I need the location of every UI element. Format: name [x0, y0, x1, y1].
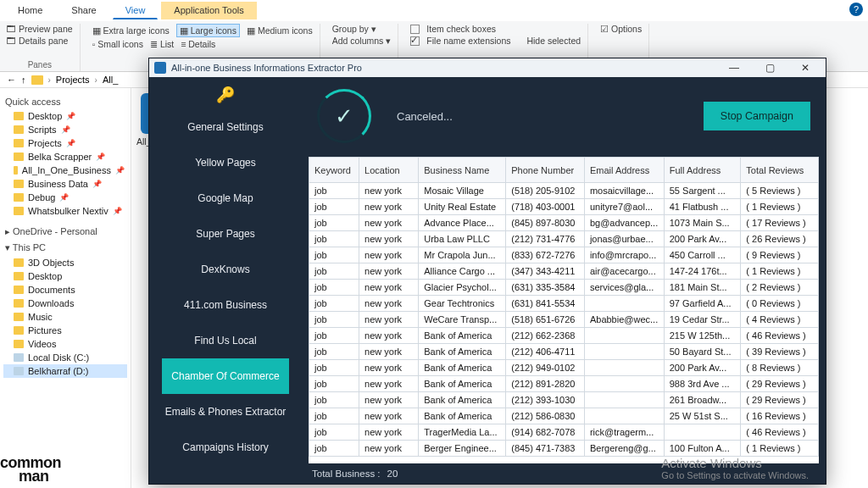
footer: Total Business : 20: [302, 463, 826, 484]
table-row[interactable]: jobnew yorkBank of America(212) 393-1030…: [309, 392, 819, 408]
layout-lg[interactable]: ▦ Large icons: [176, 24, 240, 37]
sidebar-item[interactable]: DexKnows: [162, 252, 290, 287]
cell: 200 Park Av...: [664, 231, 741, 247]
table-row[interactable]: jobnew yorkBank of America(212) 586-0830…: [309, 408, 819, 424]
crumb-folder[interactable]: All_: [103, 75, 118, 85]
sidebar-item[interactable]: Super Pages: [162, 216, 290, 252]
cell: (833) 672-7276: [506, 247, 585, 263]
table-row[interactable]: jobnew yorkBank of America(212) 949-0102…: [309, 360, 819, 376]
table-row[interactable]: jobnew yorkUnity Real Estate(718) 403-00…: [309, 199, 819, 215]
sidebar-item[interactable]: Chamber Of Commerce: [162, 358, 290, 394]
nav-item[interactable]: Whatsbulker Nextiv📌: [3, 204, 127, 218]
tab-share[interactable]: Share: [58, 2, 108, 19]
nav-item[interactable]: Desktop📌: [3, 109, 127, 123]
column-header[interactable]: Email Address: [584, 158, 664, 183]
up-icon[interactable]: ↑: [21, 75, 26, 85]
sidebar-item[interactable]: Find Us Local: [162, 323, 290, 358]
tab-home[interactable]: Home: [5, 2, 55, 19]
layout-list[interactable]: ≣ List: [150, 39, 174, 49]
results-grid[interactable]: KeywordLocationBusiness NamePhone Number…: [309, 157, 819, 463]
cell: new york: [359, 344, 419, 360]
nav-onedrive[interactable]: ▸ OneDrive - Personal: [5, 226, 127, 237]
nav-item[interactable]: Debug📌: [3, 191, 127, 204]
sidebar-item[interactable]: Yellow Pages: [162, 145, 290, 180]
table-row[interactable]: jobnew yorkBank of America(212) 406-4711…: [309, 344, 819, 360]
nav-item[interactable]: Belka Scrapper📌: [3, 150, 127, 164]
stop-campaign-button[interactable]: Stop Campaign: [704, 102, 810, 130]
table-row[interactable]: jobnew yorkBank of America(212) 662-2368…: [309, 328, 819, 344]
tab-view[interactable]: View: [113, 2, 159, 19]
cell: 200 Park Av...: [664, 360, 741, 376]
sidebar-item[interactable]: Campaigns History: [162, 430, 290, 465]
chk-filename-ext[interactable]: [410, 36, 420, 46]
close-button[interactable]: ✕: [790, 61, 821, 75]
nav-item[interactable]: Documents: [3, 283, 127, 297]
app-title: All-in-one Business Informations Extract…: [171, 63, 362, 73]
column-header[interactable]: Keyword: [309, 158, 359, 183]
cell: new york: [359, 376, 419, 392]
table-row[interactable]: jobnew yorkGlacier Psychol...(631) 335-3…: [309, 280, 819, 296]
cell: new york: [359, 408, 419, 424]
app-icon: [154, 62, 166, 74]
nav-item[interactable]: All_In_One_Business📌: [3, 164, 127, 177]
column-header[interactable]: Location: [359, 158, 419, 183]
details-pane[interactable]: 🗔 Details pane: [7, 36, 68, 46]
nav-item[interactable]: Local Disk (C:): [3, 351, 127, 364]
nav-item[interactable]: 3D Objects: [3, 256, 127, 269]
group-by[interactable]: Group by ▾: [332, 24, 376, 34]
nav-item[interactable]: Belkharraf (D:): [3, 364, 127, 378]
column-header[interactable]: Full Address: [664, 158, 741, 183]
minimize-button[interactable]: —: [719, 61, 749, 75]
nav-item[interactable]: Music: [3, 310, 127, 324]
preview-pane[interactable]: 🗔 Preview pane: [7, 24, 73, 34]
help-icon[interactable]: ?: [849, 3, 863, 16]
table-row[interactable]: jobnew yorkBerger Enginee...(845) 471-73…: [309, 441, 819, 457]
chk-item-checkboxes[interactable]: [410, 25, 420, 34]
layout-md[interactable]: ▦ Medium icons: [247, 25, 313, 36]
options-btn[interactable]: ☑ Options: [600, 24, 642, 34]
nav-item[interactable]: Projects📌: [3, 136, 127, 150]
back-icon[interactable]: ←: [7, 75, 16, 85]
layout-xl[interactable]: ▦ Extra large icons: [92, 25, 170, 36]
cell: 1073 Main S...: [664, 215, 741, 231]
nav-item[interactable]: Scripts📌: [3, 123, 127, 136]
maximize-button[interactable]: ▢: [754, 61, 785, 75]
cell: new york: [359, 441, 419, 457]
layout-sm[interactable]: ▫ Small icons: [92, 39, 143, 49]
table-row[interactable]: jobnew yorkMosaic Village(518) 205-9102m…: [309, 183, 819, 199]
sidebar-item[interactable]: Google Map: [162, 180, 290, 216]
column-header[interactable]: Phone Number: [506, 158, 585, 183]
titlebar[interactable]: All-in-one Business Informations Extract…: [149, 58, 826, 77]
cell: job: [309, 344, 359, 360]
layout-details[interactable]: ≡ Details: [181, 39, 215, 49]
nav-this-pc[interactable]: ▾ This PC: [5, 242, 127, 253]
cell: job: [309, 231, 359, 247]
cell: (212) 949-0102: [506, 360, 585, 376]
nav-item[interactable]: Business Data📌: [3, 177, 127, 191]
table-row[interactable]: jobnew yorkGear Techtronics(631) 841-553…: [309, 296, 819, 312]
cell: ( 2 Reviews ): [741, 280, 819, 296]
hide-selected[interactable]: Hide selected: [526, 36, 581, 46]
cell: job: [309, 441, 359, 457]
nav-quick-access[interactable]: Quick access: [5, 97, 127, 107]
table-row[interactable]: jobnew yorkAdvance Place...(845) 897-803…: [309, 215, 819, 231]
table-row[interactable]: jobnew yorkBank of America(212) 891-2820…: [309, 376, 819, 392]
sidebar-item[interactable]: General Settings: [162, 109, 290, 145]
nav-item[interactable]: Desktop: [3, 269, 127, 283]
crumb-projects[interactable]: Projects: [56, 75, 90, 85]
tab-app-tools[interactable]: Application Tools: [161, 2, 256, 19]
table-row[interactable]: jobnew yorkTragerMedia La...(914) 682-70…: [309, 424, 819, 441]
nav-item[interactable]: Videos: [3, 337, 127, 351]
nav-item[interactable]: Downloads: [3, 297, 127, 310]
sidebar-item[interactable]: Emails & Phones Extractor: [162, 394, 290, 430]
nav-item[interactable]: Pictures: [3, 324, 127, 337]
table-row[interactable]: jobnew yorkAlliance Cargo ...(347) 343-4…: [309, 263, 819, 280]
table-row[interactable]: jobnew yorkWeCare Transp...(518) 651-672…: [309, 312, 819, 328]
lbl-filename-ext: File name extensions: [426, 36, 510, 46]
add-columns[interactable]: Add columns ▾: [332, 36, 392, 46]
table-row[interactable]: jobnew yorkUrba Law PLLC(212) 731-4776jo…: [309, 231, 819, 247]
table-row[interactable]: jobnew yorkMr Crapola Jun...(833) 672-72…: [309, 247, 819, 263]
column-header[interactable]: Business Name: [419, 158, 506, 183]
column-header[interactable]: Total Reviews: [741, 158, 819, 183]
sidebar-item[interactable]: 411.com Business: [162, 287, 290, 323]
